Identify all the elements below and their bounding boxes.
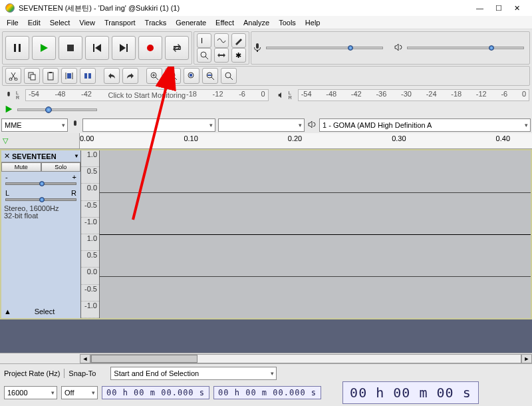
svg-marker-6 <box>120 44 126 52</box>
copy-button[interactable] <box>24 68 40 84</box>
device-toolbar: MME 1 - GOMA (AMD High Definition A <box>0 117 532 133</box>
playback-speed-slider[interactable] <box>17 108 97 111</box>
track-name[interactable]: SEVENTEEN <box>11 152 74 160</box>
record-volume-slider[interactable] <box>266 47 383 49</box>
zoom-in-button[interactable] <box>146 68 162 84</box>
menu-transport[interactable]: Transport <box>100 17 140 28</box>
draw-tool[interactable] <box>231 33 246 48</box>
multi-tool[interactable]: ✱ <box>231 48 246 63</box>
fit-project-button[interactable] <box>202 68 218 84</box>
track-close-button[interactable]: ✕ <box>3 152 11 160</box>
pin-icon[interactable]: ▽ <box>3 136 8 145</box>
svg-text:✱: ✱ <box>235 51 241 59</box>
selection-tool[interactable]: I <box>197 33 211 48</box>
solo-button[interactable]: Solo <box>41 162 81 172</box>
timeshift-tool[interactable] <box>214 48 229 63</box>
close-button[interactable]: ✕ <box>514 4 520 13</box>
paste-button[interactable] <box>43 68 59 84</box>
track-select-button[interactable]: Select <box>11 307 78 315</box>
recording-channels-combo[interactable] <box>218 118 305 132</box>
svg-point-35 <box>225 73 231 78</box>
fit-selection-button[interactable] <box>184 68 200 84</box>
undo-button[interactable] <box>104 68 120 84</box>
project-rate-combo[interactable]: 16000 <box>4 386 57 399</box>
menu-tools[interactable]: Tools <box>275 17 300 28</box>
menu-tracks[interactable]: Tracks <box>141 17 171 28</box>
horizontal-scrollbar[interactable]: ◄ ► <box>0 353 532 363</box>
minimize-button[interactable]: — <box>476 4 483 13</box>
svg-rect-18 <box>49 72 52 73</box>
play-button[interactable] <box>32 36 56 60</box>
menu-help[interactable]: Help <box>301 17 325 28</box>
speaker-icon <box>394 43 403 53</box>
mute-button[interactable]: Mute <box>1 162 41 172</box>
snap-label: Snap-To <box>68 369 96 377</box>
snap-to-combo[interactable]: Off <box>61 386 98 399</box>
scroll-thumb[interactable] <box>91 355 198 363</box>
selection-start-time[interactable]: 00 h 00 m 00.000 s <box>102 386 209 399</box>
menu-view[interactable]: View <box>75 17 99 28</box>
menu-edit[interactable]: Edit <box>24 17 45 28</box>
menu-generate[interactable]: Generate <box>172 17 210 28</box>
cut-button[interactable] <box>5 68 21 84</box>
title-bar: SEVENTEEN (세븐틴) - 'Darl ing' @Sukkiri (1… <box>0 0 532 16</box>
scroll-left-button[interactable]: ◄ <box>80 354 90 363</box>
collapse-button[interactable]: ▲ <box>4 307 11 315</box>
speaker-icon <box>275 91 287 99</box>
gain-slider[interactable]: -+ <box>1 172 80 188</box>
svg-rect-22 <box>84 73 87 79</box>
zoom-toggle-button[interactable] <box>221 68 237 84</box>
svg-rect-32 <box>190 74 192 77</box>
audio-position-time[interactable]: 00 h 00 m 00 s <box>342 381 479 404</box>
track-area: ✕ SEVENTEEN ▼ Mute Solo -+ LR Stereo, 16… <box>0 149 532 319</box>
envelope-tool[interactable] <box>214 33 229 48</box>
zoom-tool[interactable] <box>197 48 211 63</box>
scroll-right-button[interactable]: ► <box>521 354 532 363</box>
menu-select[interactable]: Select <box>46 17 74 28</box>
trim-button[interactable] <box>61 68 77 84</box>
selection-end-time[interactable]: 00 h 00 m 00.000 s <box>213 386 321 399</box>
waveform-display[interactable] <box>100 150 531 318</box>
svg-line-34 <box>211 77 214 80</box>
silence-button[interactable] <box>80 68 96 84</box>
maximize-button[interactable]: ☐ <box>495 4 502 13</box>
zoom-out-button[interactable] <box>165 68 181 84</box>
svg-rect-17 <box>48 73 53 80</box>
playback-volume-slider[interactable] <box>407 47 524 49</box>
tools-toolbar: I ✱ <box>194 31 249 65</box>
menu-analyze[interactable]: Analyze <box>239 17 273 28</box>
vertical-scale[interactable]: 1.00.50.0-0.5-1.01.00.50.0-0.5-1.0 <box>81 150 100 318</box>
track-menu-button[interactable]: ▼ <box>74 153 79 159</box>
svg-rect-23 <box>88 73 91 79</box>
transport-toolbar <box>2 31 192 65</box>
playback-meter[interactable]: -54-48-42-36-30-24-18-12-60 <box>298 89 529 101</box>
skip-start-button[interactable] <box>85 36 109 60</box>
svg-rect-1 <box>19 44 21 52</box>
record-button[interactable] <box>138 36 162 60</box>
menu-effect[interactable]: Effect <box>211 17 238 28</box>
menu-file[interactable]: File <box>3 17 23 28</box>
recording-meter-row: LR -54-48-42-36-30-24-18-12-60 Click to … <box>0 88 532 102</box>
stop-button[interactable] <box>59 36 82 60</box>
svg-marker-2 <box>41 44 48 52</box>
svg-rect-16 <box>31 75 35 80</box>
playback-device-combo[interactable]: 1 - GOMA (AMD High Definition A <box>319 118 531 132</box>
track-control-panel: ✕ SEVENTEEN ▼ Mute Solo -+ LR Stereo, 16… <box>1 150 81 318</box>
loop-button[interactable] <box>165 36 189 60</box>
app-icon <box>5 3 15 13</box>
recording-meter[interactable]: -54-48-42-36-30-24-18-12-60 Click to Sta… <box>25 89 269 101</box>
redo-button[interactable] <box>122 68 138 84</box>
window-title: SEVENTEEN (세븐틴) - 'Darl ing' @Sukkiri (1… <box>19 3 180 13</box>
empty-track-area[interactable] <box>0 319 532 353</box>
pan-slider[interactable]: LR <box>1 188 80 204</box>
play-at-speed-button[interactable] <box>4 104 13 115</box>
timeline-ruler[interactable]: ▽ 0.00 0.10 0.20 0.30 0.40 <box>0 133 532 149</box>
selection-format-combo[interactable]: Start and End of Selection <box>110 367 277 380</box>
audio-host-combo[interactable]: MME <box>1 118 68 132</box>
record-level-group <box>251 31 530 65</box>
speaker-icon <box>307 120 317 130</box>
skip-end-button[interactable] <box>112 36 136 60</box>
pause-button[interactable] <box>5 36 29 60</box>
lr-label: LR <box>16 91 24 100</box>
recording-device-combo[interactable] <box>82 118 215 132</box>
